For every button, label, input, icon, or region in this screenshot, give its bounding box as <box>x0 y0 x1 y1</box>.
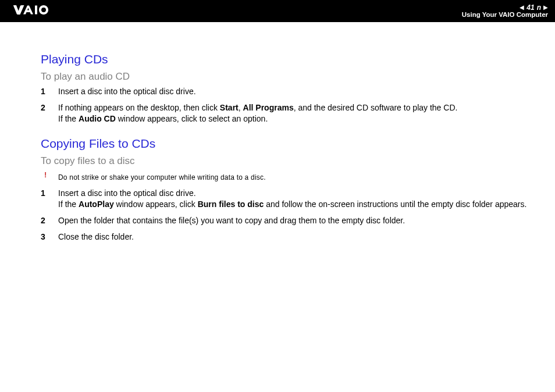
section-title-playing: Playing CDs <box>41 52 541 66</box>
playing-steps: Insert a disc into the optical disc driv… <box>41 86 541 125</box>
step-text: Insert a disc into the optical disc driv… <box>58 188 541 199</box>
header-right: ◀ 41 n ▶ Using Your VAIO Computer <box>462 4 548 19</box>
step-text: Insert a disc into the optical disc driv… <box>58 86 541 98</box>
warning-text: Do not strike or shake your computer whi… <box>58 173 266 181</box>
subsection-title-copy: To copy files to a disc <box>41 155 541 167</box>
step-text: If nothing appears on the desktop, then … <box>58 102 541 114</box>
step-text: If the Audio CD window appears, click to… <box>58 113 541 125</box>
list-item: Insert a disc into the optical disc driv… <box>41 188 541 211</box>
page-nav: ◀ 41 n ▶ <box>520 4 548 11</box>
step-text: Close the disc folder. <box>58 231 541 243</box>
nav-prev-icon[interactable]: ◀ <box>520 5 524 10</box>
step-text: If the AutoPlay window appears, click Bu… <box>58 199 541 211</box>
warning-icon: ! <box>44 170 47 179</box>
content-area: Playing CDs To play an audio CD Insert a… <box>0 22 555 243</box>
warning-block: ! Do not strike or shake your computer w… <box>41 172 541 182</box>
list-item: Insert a disc into the optical disc driv… <box>41 86 541 98</box>
copying-steps: Insert a disc into the optical disc driv… <box>41 188 541 243</box>
list-item: Open the folder that contains the file(s… <box>41 215 541 227</box>
list-item: Close the disc folder. <box>41 231 541 243</box>
vaio-logo <box>10 5 74 17</box>
header-bar: ◀ 41 n ▶ Using Your VAIO Computer <box>0 0 555 22</box>
page-number: 41 <box>526 4 534 11</box>
step-text: Open the folder that contains the file(s… <box>58 215 541 227</box>
list-item: If nothing appears on the desktop, then … <box>41 102 541 125</box>
nav-next-icon[interactable]: ▶ <box>543 5 548 10</box>
subsection-title-play: To play an audio CD <box>41 71 541 83</box>
section-title-copying: Copying Files to CDs <box>41 137 541 151</box>
n-label: n <box>537 4 541 11</box>
header-subtitle: Using Your VAIO Computer <box>462 12 548 19</box>
svg-rect-0 <box>35 6 37 15</box>
